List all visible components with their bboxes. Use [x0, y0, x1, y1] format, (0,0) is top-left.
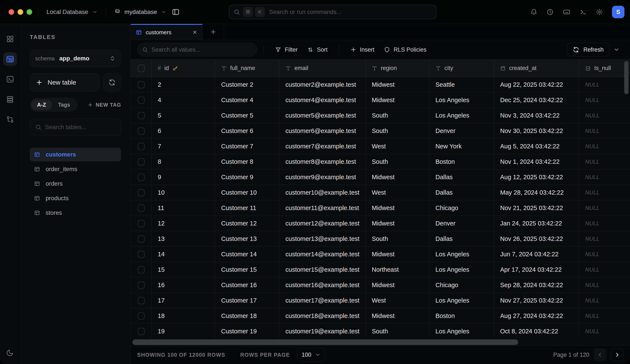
- shortcuts-button[interactable]: [563, 8, 570, 16]
- row-checkbox[interactable]: [138, 174, 145, 181]
- column-header-full-name[interactable]: full_name: [215, 59, 279, 77]
- sidebar-table-item-order_items[interactable]: order_items: [30, 162, 121, 176]
- cell-id[interactable]: 16: [152, 278, 215, 293]
- row-checkbox[interactable]: [138, 282, 145, 289]
- cell-id[interactable]: 13: [152, 231, 215, 246]
- cell-region[interactable]: West: [366, 293, 429, 308]
- cell-region[interactable]: West: [366, 139, 429, 154]
- cell-email[interactable]: customer6@example.test: [279, 123, 366, 139]
- cell-city[interactable]: Los Angeles: [429, 247, 494, 262]
- sort-button[interactable]: Sort: [302, 43, 332, 56]
- user-avatar[interactable]: S: [612, 6, 624, 18]
- row-checkbox[interactable]: [138, 97, 145, 104]
- cell-full_name[interactable]: Customer 17: [215, 293, 279, 308]
- cell-Is_null[interactable]: NULL: [579, 92, 630, 108]
- vertical-scrollbar[interactable]: [624, 61, 628, 94]
- cell-id[interactable]: 4: [152, 92, 215, 108]
- cell-full_name[interactable]: Customer 13: [215, 231, 279, 246]
- cell-full_name[interactable]: Customer 10: [215, 185, 279, 200]
- cell-Is_null[interactable]: NULL: [579, 108, 630, 123]
- row-checkbox[interactable]: [138, 312, 145, 320]
- column-header-is-null[interactable]: Is_null: [579, 59, 630, 77]
- cell-full_name[interactable]: Customer 18: [215, 308, 279, 324]
- row-checkbox[interactable]: [138, 251, 145, 258]
- row-checkbox[interactable]: [138, 143, 145, 150]
- cell-id[interactable]: 8: [152, 154, 215, 169]
- cell-region[interactable]: South: [366, 324, 429, 339]
- cell-email[interactable]: customer9@example.test: [279, 170, 366, 185]
- theme-toggle-button[interactable]: [6, 349, 14, 357]
- zoom-window-button[interactable]: [26, 9, 32, 15]
- cell-Is_null[interactable]: NULL: [579, 262, 630, 277]
- cell-region[interactable]: Midwest: [366, 92, 429, 108]
- cell-full_name[interactable]: Customer 15: [215, 262, 279, 277]
- column-header-city[interactable]: city: [429, 59, 494, 77]
- cell-Is_null[interactable]: NULL: [579, 200, 630, 216]
- filter-button[interactable]: Filter: [270, 43, 302, 56]
- row-checkbox[interactable]: [138, 297, 145, 304]
- column-header-region[interactable]: region: [366, 59, 429, 77]
- cell-city[interactable]: Dallas: [429, 170, 494, 185]
- cell-email[interactable]: customer5@example.test: [279, 108, 366, 123]
- sidebar-table-item-products[interactable]: products: [30, 191, 121, 205]
- cell-id[interactable]: 6: [152, 123, 215, 139]
- cell-full_name[interactable]: Customer 12: [215, 216, 279, 231]
- cell-Is_null[interactable]: NULL: [579, 293, 630, 308]
- cell-full_name[interactable]: Customer 5: [215, 108, 279, 123]
- cell-city[interactable]: Los Angeles: [429, 108, 494, 123]
- column-header-email[interactable]: email: [279, 59, 366, 77]
- cell-city[interactable]: Chicago: [429, 278, 494, 293]
- refresh-tables-button[interactable]: [103, 73, 121, 91]
- cell-id[interactable]: 14: [152, 247, 215, 262]
- row-checkbox[interactable]: [138, 189, 145, 196]
- cell-id[interactable]: 2: [152, 77, 215, 92]
- cell-created_at[interactable]: Sep 28, 2024 03:42:22: [494, 278, 579, 293]
- cell-region[interactable]: Midwest: [366, 247, 429, 262]
- cell-email[interactable]: customer16@example.test: [279, 278, 366, 293]
- cell-created_at[interactable]: Jan 24, 2025 03:42:22: [494, 216, 579, 231]
- cell-region[interactable]: Midwest: [366, 77, 429, 92]
- cell-full_name[interactable]: Customer 19: [215, 324, 279, 339]
- cell-email[interactable]: customer14@example.test: [279, 247, 366, 262]
- new-tag-button[interactable]: NEW TAG: [88, 102, 121, 108]
- cell-email[interactable]: customer11@example.test: [279, 200, 366, 216]
- sidebar-table-item-stores[interactable]: stores: [30, 206, 121, 220]
- history-button[interactable]: [546, 8, 554, 16]
- schema-nav-button[interactable]: [3, 113, 17, 126]
- row-checkbox[interactable]: [138, 328, 145, 335]
- cell-created_at[interactable]: Apr 17, 2024 03:42:22: [494, 262, 579, 277]
- refresh-options-button[interactable]: [610, 46, 624, 53]
- cell-Is_null[interactable]: NULL: [579, 154, 630, 169]
- cell-city[interactable]: Dallas: [429, 231, 494, 246]
- cell-email[interactable]: customer17@example.test: [279, 293, 366, 308]
- cell-Is_null[interactable]: NULL: [579, 278, 630, 293]
- row-checkbox[interactable]: [138, 158, 145, 166]
- cell-id[interactable]: 7: [152, 139, 215, 154]
- new-tab-button[interactable]: [202, 24, 224, 40]
- cell-city[interactable]: Denver: [429, 216, 494, 231]
- cell-email[interactable]: customer12@example.test: [279, 216, 366, 231]
- insert-button[interactable]: Insert: [346, 43, 379, 56]
- row-checkbox[interactable]: [138, 220, 145, 227]
- cell-created_at[interactable]: Nov 30, 2025 03:42:22: [494, 123, 579, 139]
- sort-az-tab[interactable]: A-Z: [31, 100, 52, 110]
- rows-per-page-select[interactable]: 100: [297, 348, 325, 362]
- cell-Is_null[interactable]: NULL: [579, 247, 630, 262]
- cell-full_name[interactable]: Customer 16: [215, 278, 279, 293]
- cell-created_at[interactable]: Oct 8, 2024 03:42:22: [494, 324, 579, 339]
- cell-full_name[interactable]: Customer 7: [215, 139, 279, 154]
- row-checkbox[interactable]: [138, 127, 145, 135]
- cell-created_at[interactable]: Nov 26, 2025 03:42:22: [494, 231, 579, 246]
- cell-Is_null[interactable]: NULL: [579, 77, 630, 92]
- terminal-button[interactable]: [580, 8, 587, 16]
- cell-full_name[interactable]: Customer 9: [215, 170, 279, 185]
- cell-id[interactable]: 18: [152, 308, 215, 324]
- cell-id[interactable]: 12: [152, 216, 215, 231]
- cell-region[interactable]: South: [366, 123, 429, 139]
- cell-created_at[interactable]: Aug 12, 2025 03:42:22: [494, 170, 579, 185]
- cell-city[interactable]: Boston: [429, 308, 494, 324]
- cell-city[interactable]: Boston: [429, 154, 494, 169]
- cell-created_at[interactable]: Aug 5, 2024 03:42:22: [494, 139, 579, 154]
- cell-created_at[interactable]: May 28, 2024 03:42:22: [494, 185, 579, 200]
- cell-region[interactable]: Midwest: [366, 308, 429, 324]
